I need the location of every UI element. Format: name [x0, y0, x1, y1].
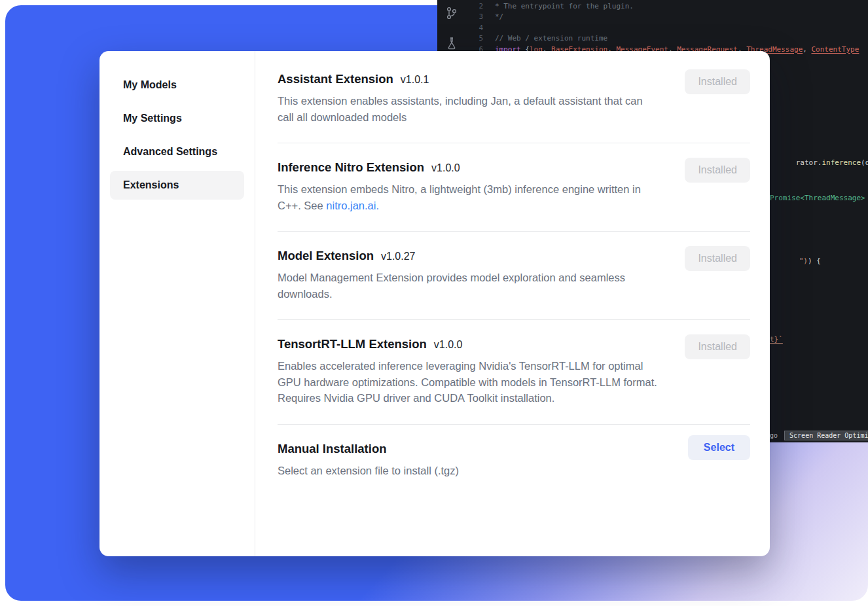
sidebar-item-my-settings[interactable]: My Settings: [110, 104, 244, 133]
code-comment: // Web / extension runtime: [495, 33, 607, 44]
code-line: 3*/: [463, 12, 868, 22]
extension-description: Model Management Extension provides mode…: [278, 270, 660, 302]
code-comment: * The entrypoint for the plugin.: [495, 1, 634, 12]
screen-reader-badge[interactable]: Screen Reader Optimized: [784, 431, 868, 440]
code-fragment: ")) {: [773, 248, 821, 274]
code-fragment: Promise<ThreadMessage>: [770, 194, 865, 202]
manual-installation-description: Select an extension file to install (.tg…: [278, 463, 660, 479]
code-fragment: t}`: [770, 335, 783, 344]
code-fragment: rator.inference(data));: [770, 150, 868, 175]
extension-description: This extension enables assistants, inclu…: [278, 93, 660, 125]
installed-button[interactable]: Installed: [685, 246, 750, 271]
installed-button[interactable]: Installed: [685, 69, 750, 94]
extension-version: v1.0.1: [401, 74, 429, 86]
manual-installation-section: Manual Installation Select an extension …: [278, 425, 750, 497]
line-number: 2: [463, 1, 483, 12]
desktop: 2* The entrypoint for the plugin. 3*/ 4 …: [0, 0, 868, 606]
settings-card: My Models My Settings Advanced Settings …: [99, 51, 770, 556]
code-line: 4: [463, 23, 868, 33]
extension-section-model: Model Extension v1.0.27 Model Management…: [278, 232, 750, 320]
line-number: 5: [463, 33, 483, 44]
extension-description: Enables accelerated inference leveraging…: [278, 358, 660, 406]
extension-title: Model Extension: [278, 249, 374, 263]
installed-button[interactable]: Installed: [685, 158, 750, 183]
extension-version: v1.0.0: [434, 339, 463, 351]
nitro-jan-ai-link[interactable]: nitro.jan.ai.: [326, 200, 379, 211]
settings-sidebar: My Models My Settings Advanced Settings …: [99, 51, 255, 556]
extension-version: v1.0.0: [431, 162, 460, 174]
code-lines: 2* The entrypoint for the plugin. 3*/ 4 …: [463, 1, 868, 55]
select-file-button[interactable]: Select: [688, 435, 750, 460]
installed-button[interactable]: Installed: [685, 334, 750, 359]
sidebar-item-advanced-settings[interactable]: Advanced Settings: [110, 137, 244, 166]
git-branch-icon: [446, 7, 458, 20]
editor-gutter: [443, 7, 461, 50]
code-line: 5// Web / extension runtime: [463, 33, 868, 44]
extension-section-assistant: Assistant Extension v1.0.1 This extensio…: [278, 55, 750, 143]
extension-section-nitro: Inference Nitro Extension v1.0.0 This ex…: [278, 143, 750, 232]
extensions-list: Assistant Extension v1.0.1 This extensio…: [255, 51, 770, 556]
extension-title: Inference Nitro Extension: [278, 160, 424, 175]
line-number: 4: [463, 23, 483, 33]
manual-installation-title: Manual Installation: [278, 442, 387, 456]
code-comment: */: [495, 12, 503, 22]
extension-section-tensorrt: TensortRT-LLM Extension v1.0.0 Enables a…: [278, 320, 750, 425]
extension-description: This extension embeds Nitro, a lightweig…: [278, 181, 660, 213]
extension-version: v1.0.27: [381, 251, 415, 262]
sidebar-item-my-models[interactable]: My Models: [110, 71, 244, 99]
code-line: 2* The entrypoint for the plugin.: [463, 1, 868, 12]
extension-title: TensortRT-LLM Extension: [278, 337, 427, 351]
statusbar-text: go: [770, 432, 778, 439]
sidebar-item-extensions[interactable]: Extensions: [110, 171, 244, 200]
beaker-icon: [446, 37, 458, 50]
line-number: 3: [463, 12, 483, 22]
extension-title: Assistant Extension: [278, 72, 393, 86]
